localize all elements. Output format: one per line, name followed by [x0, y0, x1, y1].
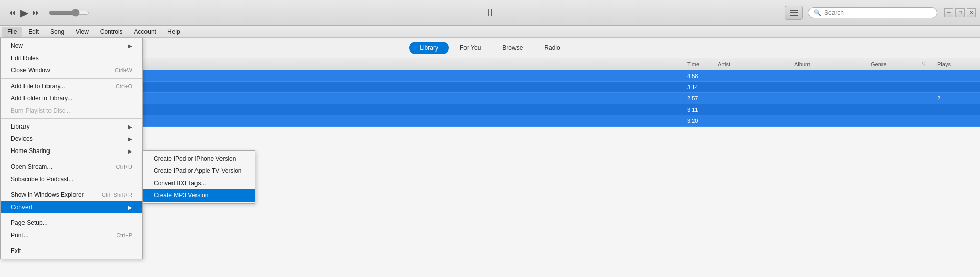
nav-tabs: Library For You Browse Radio — [0, 38, 980, 58]
separator — [1, 118, 142, 119]
cell-time: 3:11 — [685, 107, 716, 113]
rewind-button[interactable]: ⏮ — [8, 8, 16, 17]
col-header-artist[interactable]: Artist — [716, 61, 792, 67]
cell-time: 3:14 — [685, 84, 716, 90]
col-header-time[interactable]: Time — [685, 61, 716, 67]
convert-submenu: Create iPod or iPhone Version Create iPa… — [143, 150, 255, 204]
tab-for-you[interactable]: For You — [450, 42, 491, 54]
submenu-ipod-iphone[interactable]: Create iPod or iPhone Version — [143, 153, 255, 165]
separator — [1, 187, 142, 187]
menu-close-window[interactable]: Close Window Ctrl+W — [1, 64, 142, 77]
file-dropdown: New ▶ Edit Rules Close Window Ctrl+W Add… — [0, 38, 143, 259]
menu-print[interactable]: Print... Ctrl+P — [1, 229, 142, 241]
menu-devices[interactable]: Devices ▶ — [1, 133, 142, 145]
separator — [1, 159, 142, 159]
menu-edit-rules[interactable]: Edit Rules — [1, 52, 142, 64]
menu-icon — [790, 12, 798, 13]
menu-open-stream[interactable]: Open Stream... Ctrl+U — [1, 161, 142, 173]
separator — [1, 78, 142, 79]
menu-item-controls[interactable]: Controls — [95, 27, 128, 37]
col-header-genre[interactable]: Genre — [869, 61, 920, 67]
search-box[interactable]: 🔍 — [808, 7, 937, 18]
fastforward-button[interactable]: ⏭ — [32, 8, 40, 17]
menu-home-sharing[interactable]: Home Sharing ▶ — [1, 145, 142, 157]
menu-icon — [790, 10, 798, 11]
cell-time: 3:20 — [685, 118, 716, 124]
submenu-arrow: ▶ — [128, 205, 132, 210]
table-row[interactable]: 3:11 — [0, 104, 980, 115]
minimize-button[interactable]: ─ — [944, 8, 953, 17]
table-header: Time Artist Album Genre ♡ Plays — [0, 58, 980, 70]
col-header-album[interactable]: Album — [792, 61, 869, 67]
window-controls: ─ □ ✕ — [942, 8, 976, 17]
close-button[interactable]: ✕ — [967, 8, 976, 17]
tab-radio[interactable]: Radio — [534, 42, 570, 54]
menu-library[interactable]: Library ▶ — [1, 120, 142, 133]
menu-show-explorer[interactable]: Show in Windows Explorer Ctrl+Shift+R — [1, 189, 142, 201]
col-header-plays[interactable]: Plays — [935, 61, 976, 67]
submenu-arrow: ▶ — [128, 43, 132, 49]
cell-plays: 2 — [935, 95, 976, 102]
maximize-button[interactable]: □ — [955, 8, 965, 17]
col-header-heart[interactable]: ♡ — [920, 61, 935, 67]
title-bar-right: 🔍 ─ □ ✕ — [785, 6, 980, 20]
cell-time: 2:57 — [685, 95, 716, 102]
tab-browse[interactable]: Browse — [492, 42, 533, 54]
menu-item-account[interactable]: Account — [129, 27, 161, 37]
submenu-arrow: ▶ — [128, 136, 132, 142]
separator — [1, 215, 142, 215]
submenu-create-mp3[interactable]: Create MP3 Version — [143, 189, 255, 202]
title-bar: ⏮ ▶ ⏭  🔍 ─ □ ✕ — [0, 0, 980, 26]
menu-convert[interactable]: Convert ▶ — [1, 201, 142, 213]
menu-subscribe-podcast[interactable]: Subscribe to Podcast... — [1, 173, 142, 185]
submenu-ipad-tv[interactable]: Create iPad or Apple TV Version — [143, 165, 255, 177]
submenu-arrow: ▶ — [128, 124, 132, 130]
submenu-convert-id3[interactable]: Convert ID3 Tags... — [143, 177, 255, 189]
submenu-arrow: ▶ — [128, 148, 132, 154]
table-row[interactable]: 3:20 — [0, 115, 980, 127]
menu-page-setup[interactable]: Page Setup... — [1, 217, 142, 229]
separator — [1, 243, 142, 243]
menu-item-edit[interactable]: Edit — [23, 27, 44, 37]
menu-new[interactable]: New ▶ — [1, 40, 142, 52]
apple-logo:  — [488, 6, 492, 19]
menu-burn-playlist: Burn Playlist to Disc... — [1, 105, 142, 117]
menu-add-file[interactable]: Add File to Library... Ctrl+O — [1, 80, 142, 92]
search-input[interactable] — [824, 9, 932, 16]
table-row[interactable]: 4:58 — [0, 70, 980, 82]
menu-item-view[interactable]: View — [70, 27, 94, 37]
volume-slider[interactable] — [48, 9, 89, 17]
table-body: 4:58 3:14 2:57 — [0, 70, 980, 127]
menu-add-folder[interactable]: Add Folder to Library... — [1, 92, 142, 105]
menu-item-file[interactable]: File — [2, 27, 22, 37]
menu-item-song[interactable]: Song — [45, 27, 69, 37]
tab-library[interactable]: Library — [409, 42, 449, 54]
table-row[interactable]: 2:57 2 — [0, 93, 980, 104]
menu-button[interactable] — [785, 6, 803, 20]
search-icon: 🔍 — [814, 9, 821, 16]
menu-exit[interactable]: Exit — [1, 245, 142, 257]
cell-time: 4:58 — [685, 73, 716, 79]
transport-controls: ⏮ ▶ ⏭ — [0, 7, 97, 19]
play-button[interactable]: ▶ — [20, 7, 28, 19]
menu-item-help[interactable]: Help — [162, 27, 185, 37]
table-row[interactable]: 3:14 — [0, 82, 980, 93]
menu-bar: File Edit Song View Controls Account Hel… — [0, 26, 980, 38]
menu-icon — [790, 15, 798, 16]
